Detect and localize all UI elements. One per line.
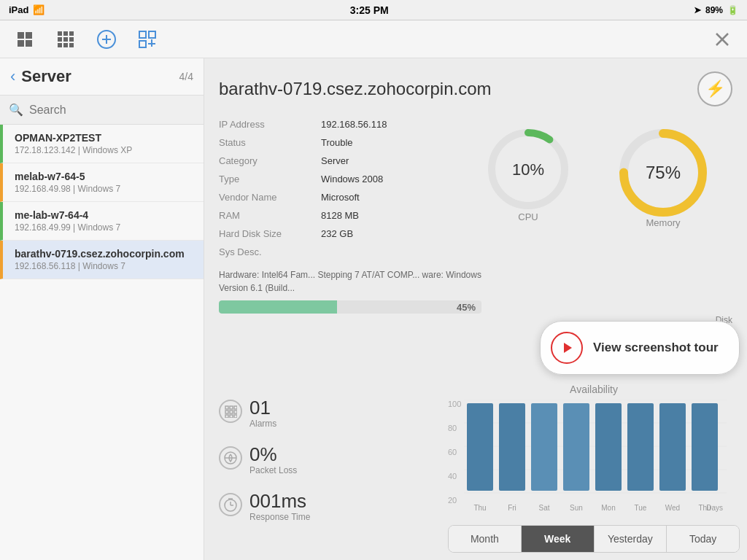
svg-rect-4 [58, 31, 62, 36]
tab-month[interactable]: Month [449, 526, 522, 552]
add-icon[interactable] [93, 26, 120, 52]
list-item[interactable]: barathv-0719.csez.zohocorpin.com 192.168… [0, 241, 204, 279]
cpu-label: CPU [484, 211, 572, 222]
main-layout: ‹ Server 4/4 🔍 OPMAN-XP2TEST 172.18.123.… [0, 58, 747, 560]
chart-title: Availability [448, 384, 740, 395]
search-box: 🔍 [0, 96, 204, 125]
label-ip: IP Address [219, 117, 321, 132]
server-hostname: barathv-0719.csez.zohocorpin.com [219, 79, 492, 99]
y-axis: 100 80 60 40 20 [448, 400, 461, 519]
label-disk: Hard Disk Size [219, 226, 321, 241]
svg-rect-5 [63, 31, 68, 36]
sidebar-header-left: ‹ Server [10, 67, 71, 86]
svg-rect-7 [58, 37, 62, 42]
label-type: Type [219, 171, 321, 187]
svg-rect-53 [563, 403, 589, 491]
svg-rect-57 [692, 403, 718, 491]
svg-rect-56 [659, 403, 686, 491]
svg-rect-32 [234, 406, 237, 409]
top-nav [0, 20, 747, 58]
label-vendor: Vendor Name [219, 190, 321, 205]
svg-rect-10 [58, 43, 62, 47]
svg-rect-34 [230, 411, 233, 413]
svg-rect-30 [225, 406, 228, 409]
value-sysdesc [321, 244, 732, 260]
close-button[interactable] [709, 26, 735, 52]
svg-rect-54 [595, 403, 622, 491]
list-item[interactable]: OPMAN-XP2TEST 172.18.123.142 | Windows X… [0, 125, 204, 163]
wifi-icon: 📶 [33, 4, 44, 15]
search-input[interactable] [29, 104, 195, 117]
svg-rect-2 [18, 40, 24, 47]
packet-loss-label: Packet Loss [249, 465, 297, 475]
ipad-label: iPad [9, 4, 28, 15]
memory-gauge-container: 75% Memory [616, 125, 711, 228]
svg-rect-12 [69, 43, 74, 47]
value-disk: 232 GB [321, 226, 732, 241]
svg-rect-3 [26, 40, 32, 47]
sidebar-title: Server [21, 67, 71, 86]
status-right: ➤ 89% 🔋 [694, 5, 738, 15]
disk-bar-fill [219, 300, 337, 314]
svg-rect-16 [139, 31, 146, 38]
svg-rect-11 [63, 43, 68, 47]
add-grid-icon[interactable] [134, 26, 160, 52]
svg-rect-51 [499, 403, 525, 491]
nav-icons-left [12, 26, 160, 52]
svg-text:75%: 75% [646, 163, 681, 182]
alarms-value: 01 [249, 398, 276, 417]
back-arrow-icon[interactable]: ‹ [10, 67, 15, 86]
server-header: barathv-0719.csez.zohocorpin.com ⚡ [219, 71, 732, 106]
packet-loss-value: 0% [249, 445, 297, 464]
chart-section: Availability 100 80 60 40 20 [448, 384, 740, 553]
svg-rect-35 [234, 411, 237, 413]
status-time: 3:25 PM [350, 4, 389, 16]
grid-4-icon[interactable] [12, 26, 38, 52]
response-time-info: 001ms Response Time [249, 491, 310, 522]
chart-with-labels: 100 80 60 40 20 [448, 400, 740, 519]
svg-rect-18 [139, 41, 146, 47]
tab-week[interactable]: Week [522, 526, 595, 552]
svg-rect-38 [234, 415, 237, 418]
tab-yesterday[interactable]: Yesterday [595, 526, 667, 552]
y-label-40: 40 [448, 472, 461, 481]
sidebar-header: ‹ Server 4/4 [0, 58, 204, 96]
y-label-20: 20 [448, 496, 461, 505]
svg-rect-36 [225, 415, 228, 418]
svg-text:Days: Days [707, 504, 724, 512]
sidebar: ‹ Server 4/4 🔍 OPMAN-XP2TEST 172.18.123.… [0, 58, 204, 560]
svg-marker-29 [564, 343, 572, 353]
server-detail: 192.168.49.99 | Windows 7 [15, 222, 193, 233]
svg-rect-52 [531, 403, 557, 491]
y-label-80: 80 [448, 424, 461, 432]
lightning-button[interactable]: ⚡ [697, 71, 732, 106]
disk-value: 45% [457, 300, 476, 314]
svg-rect-37 [230, 415, 233, 418]
status-left: iPad 📶 [9, 4, 44, 15]
svg-rect-17 [149, 31, 155, 38]
response-time-icon [219, 493, 242, 516]
play-button[interactable] [551, 332, 583, 364]
tab-today[interactable]: Today [667, 526, 739, 552]
alarms-icon [219, 400, 242, 423]
svg-text:Wed: Wed [665, 504, 680, 512]
cpu-gauge-svg: 10% [484, 125, 572, 213]
alarms-info: 01 Alarms [249, 398, 276, 429]
screenshot-tour-overlay[interactable]: View screenshot tour [540, 321, 740, 375]
svg-rect-8 [63, 37, 68, 42]
response-time-value: 001ms [249, 491, 310, 510]
label-ram: RAM [219, 208, 321, 223]
memory-gauge-svg: 75% [616, 125, 711, 220]
svg-rect-31 [230, 406, 233, 409]
grid-9-icon[interactable] [53, 26, 79, 52]
list-item[interactable]: me-lab-w7-64-4 192.168.49.99 | Windows 7 [0, 202, 204, 241]
svg-text:Sun: Sun [570, 504, 583, 512]
label-status: Status [219, 135, 321, 150]
alarms-metric: 01 Alarms [219, 398, 310, 429]
sidebar-count: 4/4 [179, 71, 193, 82]
search-icon: 🔍 [9, 103, 23, 117]
packet-loss-metric: 0% Packet Loss [219, 445, 310, 475]
svg-rect-50 [467, 403, 493, 491]
list-item[interactable]: melab-w7-64-5 192.168.49.98 | Windows 7 [0, 163, 204, 202]
cpu-gauge-container: 10% CPU [484, 125, 572, 222]
